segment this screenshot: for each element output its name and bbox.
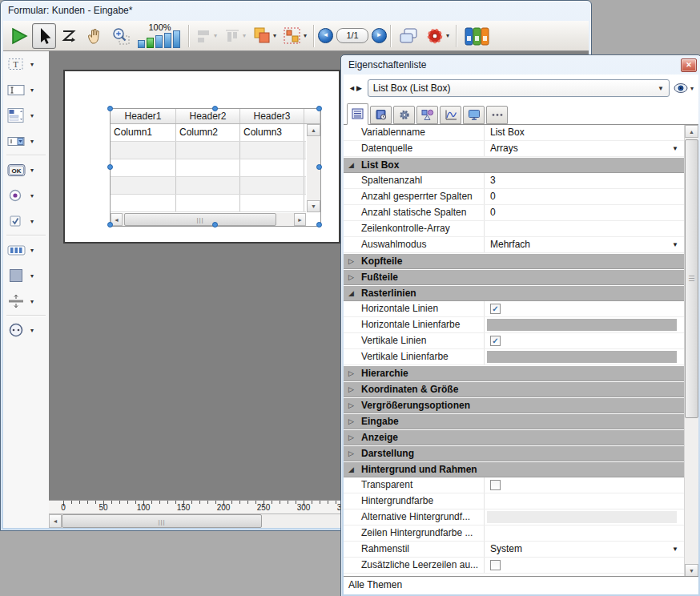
pages-button[interactable] <box>395 23 422 49</box>
property-value[interactable]: 3 <box>485 173 685 188</box>
zoom-level-widget[interactable]: 100% <box>138 23 182 48</box>
scroll-down-icon[interactable]: ▼ <box>307 200 320 212</box>
property-value[interactable] <box>485 558 685 573</box>
property-row[interactable]: Zeilen Hintergrundfarbe ... <box>344 526 698 542</box>
zoom-tool-button[interactable] <box>107 23 135 49</box>
property-section-expanded[interactable]: ◢Rasterlinien <box>344 285 698 301</box>
property-value[interactable]: 0 <box>485 205 685 220</box>
scroll-right-icon[interactable]: ► <box>294 213 306 226</box>
property-section-collapsed[interactable]: ▷Eingabe <box>344 413 698 429</box>
property-value[interactable] <box>485 493 685 509</box>
checkbox-unchecked[interactable] <box>490 560 501 570</box>
listbox-widget[interactable]: Header1Header2Header3 Column1Column2Colu… <box>110 108 321 227</box>
property-value[interactable] <box>485 349 685 364</box>
property-value[interactable]: ✓ <box>485 301 685 316</box>
property-section-collapsed[interactable]: ▷Anzeige <box>344 429 698 445</box>
checkbox-checked[interactable]: ✓ <box>490 304 501 314</box>
color-swatch[interactable] <box>487 319 677 331</box>
property-row[interactable]: Transparent <box>344 477 698 493</box>
tool-dropdown-arrow[interactable]: ▾ <box>30 327 34 334</box>
page-indicator[interactable]: 1/1 <box>336 28 368 43</box>
help-books-button[interactable] <box>461 23 494 49</box>
tool-dropdown-arrow[interactable]: ▾ <box>30 272 34 280</box>
visibility-dropdown-arrow[interactable]: ▾ <box>690 85 694 92</box>
tool-dropdown-arrow[interactable]: ▾ <box>30 87 34 94</box>
selection-handle[interactable] <box>107 222 113 228</box>
checkbox-checked[interactable]: ✓ <box>490 336 501 346</box>
tool-dropdown-arrow[interactable]: ▾ <box>30 61 34 68</box>
text-field-tool[interactable]: ▾ <box>3 77 49 103</box>
value-dropdown-arrow[interactable]: ▼ <box>672 141 678 156</box>
listbox-row[interactable] <box>111 195 306 212</box>
property-row[interactable]: Zeilenkontrolle-Array <box>344 221 698 237</box>
combo-box-tool[interactable]: ▾ <box>3 128 49 154</box>
property-value[interactable] <box>485 526 685 541</box>
arrange-dropdown-arrow[interactable]: ▾ <box>273 32 276 39</box>
object-nav-arrows[interactable]: ◄▶ <box>348 84 363 92</box>
settings-gear-tab[interactable] <box>393 106 415 124</box>
curve-chart-tab[interactable] <box>440 106 461 124</box>
scroll-up-icon[interactable]: ▲ <box>307 124 320 136</box>
selection-handle[interactable] <box>212 106 218 111</box>
properties-vertical-scrollbar[interactable]: ▲ ||| ▼ <box>684 125 698 577</box>
property-value[interactable] <box>485 509 685 525</box>
radio-button-tool[interactable]: ▾ <box>3 183 49 208</box>
listbox-row[interactable] <box>111 142 306 159</box>
selection-handle[interactable] <box>107 106 113 111</box>
more-options-tab[interactable] <box>486 106 508 124</box>
property-value[interactable] <box>485 221 685 236</box>
next-page-button[interactable]: ► <box>372 28 387 43</box>
toolbar-tool[interactable]: ▾ <box>3 237 49 263</box>
color-swatch[interactable] <box>487 351 677 363</box>
label-tool[interactable]: T▾ <box>3 51 49 77</box>
combobox-dropdown-arrow[interactable]: ▼ <box>658 85 664 92</box>
property-row[interactable]: Spaltenanzahl3 <box>344 173 698 189</box>
property-row[interactable]: Anzahl gesperrter Spalten0 <box>344 189 698 205</box>
tool-dropdown-arrow[interactable]: ▾ <box>30 138 34 145</box>
property-value[interactable]: 0 <box>485 189 685 204</box>
select-tool-button[interactable] <box>32 23 56 49</box>
scroll-down-icon[interactable]: ▼ <box>685 564 698 577</box>
property-row[interactable]: Hintergrundfarbe <box>344 493 698 509</box>
display-monitor-tab[interactable] <box>463 106 485 124</box>
property-section-collapsed[interactable]: ▷Kopfteile <box>344 253 698 269</box>
property-row[interactable]: DatenquelleArrays▼ <box>344 141 698 157</box>
list-box-tool[interactable]: ▾ <box>3 103 49 128</box>
property-row[interactable]: Horizontale Linien✓ <box>344 301 698 317</box>
listbox-row[interactable]: Column1Column2Column3 <box>111 124 306 142</box>
checkbox-tool[interactable]: ▾ <box>3 208 49 234</box>
value-dropdown-arrow[interactable]: ▼ <box>672 542 678 557</box>
selection-handle[interactable] <box>316 106 322 111</box>
property-section-expanded[interactable]: ◢List Box <box>344 157 698 173</box>
property-value[interactable] <box>485 317 685 332</box>
property-value[interactable]: List Box <box>485 125 685 140</box>
tab-order-button[interactable] <box>56 23 82 49</box>
property-row[interactable]: Vertikale Linien✓ <box>344 333 698 349</box>
listbox-row[interactable] <box>111 177 306 195</box>
scroll-up-icon[interactable]: ▲ <box>685 125 698 138</box>
scrollbar-thumb[interactable]: ||| <box>124 213 276 226</box>
property-row[interactable]: Zusätzliche Leerzeilen au... <box>344 558 698 574</box>
selection-handle[interactable] <box>212 222 218 228</box>
property-row[interactable]: Anzahl statische Spalten0 <box>344 205 698 221</box>
property-value[interactable] <box>485 477 685 493</box>
selection-frame-dropdown-arrow[interactable]: ▾ <box>304 32 307 39</box>
tool-dropdown-arrow[interactable]: ▾ <box>30 112 34 119</box>
scrollbar-thumb[interactable]: ||| <box>685 139 698 418</box>
listbox-header-cell[interactable]: Header3 <box>240 109 304 123</box>
run-button[interactable] <box>6 23 32 49</box>
value-dropdown-arrow[interactable]: ▼ <box>672 237 678 252</box>
settings-dropdown-arrow[interactable]: ▾ <box>446 32 449 39</box>
property-row[interactable]: RahmenstilSystem▼ <box>344 542 698 558</box>
property-section-collapsed[interactable]: ▷Koordinaten & Größe <box>344 381 698 397</box>
object-selector-combobox[interactable]: List Box (List Box) ▼ <box>368 79 670 97</box>
property-section-collapsed[interactable]: ▷Darstellung <box>344 445 698 461</box>
panel-tool[interactable]: ▾ <box>3 263 49 288</box>
property-section-collapsed[interactable]: ▷Vergrößerungsoptionen <box>344 397 698 413</box>
listbox-horizontal-scrollbar[interactable]: ◄ ||| ► <box>111 213 306 226</box>
pan-tool-button[interactable] <box>82 23 107 49</box>
button-tool[interactable]: OK▾ <box>3 157 49 183</box>
tool-dropdown-arrow[interactable]: ▾ <box>30 298 34 305</box>
objects-shapes-tab[interactable] <box>416 106 438 124</box>
scroll-left-icon[interactable]: ◄ <box>49 514 62 528</box>
